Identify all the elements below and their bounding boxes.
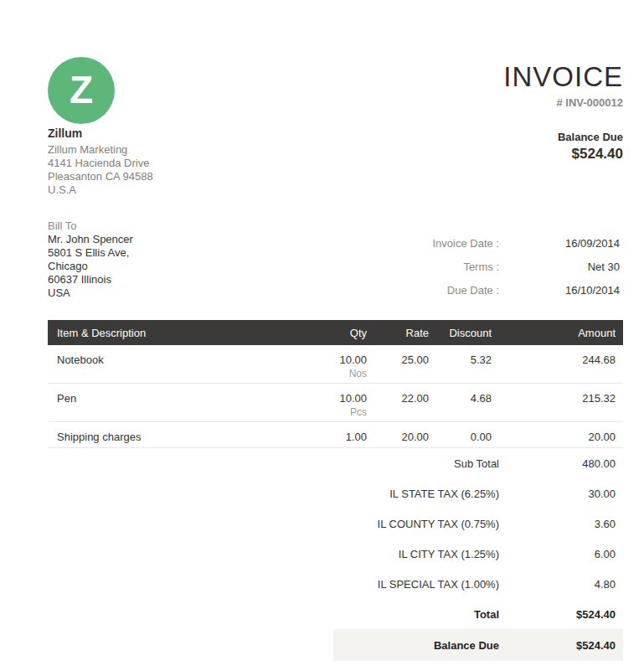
table-row: Notebook 10.00 Nos 25.00 5.32 244.68 [48,345,623,384]
meta-row-terms: Terms : Net 30 [372,255,623,278]
item-qty-cell: 1.00 [283,430,367,445]
due-date-value: 16/10/2014 [499,284,623,297]
item-unit: Pcs [283,406,367,419]
subtotal-label: Sub Total [333,457,499,470]
terms-value: Net 30 [499,261,623,273]
bill-to-line: Mr. John Spencer [48,233,133,246]
item-discount: 5.32 [429,353,492,380]
grand-total-value: $524.40 [499,608,623,621]
total-row-city-tax: IL CITY TAX (1.25%) 6.00 [333,539,623,569]
bill-to-block: Bill To Mr. John Spencer 5801 S Ellis Av… [48,219,133,300]
item-qty: 10.00 [283,353,367,368]
balance-due-label: Balance Due [558,131,623,143]
invoice-title-block: INVOICE # INV-000012 [503,62,623,109]
item-rate: 25.00 [367,353,429,380]
item-name: Notebook [48,353,283,380]
item-amount: 244.68 [492,353,623,380]
company-address-line: 4141 Hacienda Drive [48,157,153,170]
invoice-date-label: Invoice Date : [372,237,499,250]
page-title: INVOICE [503,62,623,92]
city-tax-label: IL CITY TAX (1.25%) [333,548,499,560]
bill-to-line: Chicago [48,260,133,273]
item-discount: 4.68 [429,391,492,419]
balance-due-row: Balance Due $524.40 [333,629,623,661]
table-row: Pen 10.00 Pcs 22.00 4.68 215.32 [48,384,623,422]
state-tax-value: 30.00 [499,488,623,500]
total-row-subtotal: Sub Total 480.00 [333,448,623,478]
subtotal-value: 480.00 [499,457,623,470]
col-header-rate: Rate [367,327,429,339]
bill-to-line: 5801 S Ellis Ave, [48,246,133,260]
terms-label: Terms : [372,261,499,273]
col-header-discount: Discount [429,327,492,339]
county-tax-value: 3.60 [499,518,623,530]
invoice-date-value: 16/09/2014 [499,237,623,250]
county-tax-label: IL COUNTY TAX (0.75%) [333,518,499,530]
invoice-number: # INV-000012 [503,96,623,109]
item-amount: 215.32 [492,391,623,419]
items-table-header: Item & Description Qty Rate Discount Amo… [48,320,623,345]
city-tax-value: 6.00 [499,548,623,560]
item-qty: 1.00 [283,430,367,445]
items-table: Item & Description Qty Rate Discount Amo… [48,320,623,448]
item-qty: 10.00 [283,391,367,406]
state-tax-label: IL STATE TAX (6.25%) [333,488,499,500]
col-header-item: Item & Description [48,327,283,339]
company-logo: Z [48,57,115,124]
company-block: Zillum Zillum Marketing 4141 Hacienda Dr… [48,126,153,197]
balance-due-value: $524.40 [558,146,623,163]
total-row-grand-total: Total $524.40 [333,599,623,629]
due-date-label: Due Date : [372,284,499,297]
company-address-line: Zillum Marketing [48,143,153,157]
meta-row-due-date: Due Date : 16/10/2014 [372,278,623,302]
item-rate: 20.00 [367,430,429,445]
table-row: Shipping charges 1.00 20.00 0.00 20.00 [48,422,623,448]
company-name: Zillum [48,126,153,140]
item-unit: Nos [283,368,367,380]
invoice-document: Z Zillum Zillum Marketing 4141 Hacienda … [48,0,623,671]
z-logo-icon: Z [70,70,93,109]
item-qty-cell: 10.00 Pcs [283,391,367,419]
special-tax-value: 4.80 [499,578,623,591]
invoice-meta: Invoice Date : 16/09/2014 Terms : Net 30… [372,231,623,302]
item-qty-cell: 10.00 Nos [283,353,367,380]
item-discount: 0.00 [429,430,492,445]
totals-section: Sub Total 480.00 IL STATE TAX (6.25%) 30… [333,448,623,661]
balance-due-summary: Balance Due $524.40 [558,131,623,163]
bill-to-line: USA [48,286,133,300]
balance-row-label: Balance Due [333,639,499,652]
company-address-line: Pleasanton CA 94588 [48,170,153,183]
item-name: Shipping charges [48,430,283,445]
col-header-qty: Qty [283,327,367,339]
total-row-state-tax: IL STATE TAX (6.25%) 30.00 [333,478,623,508]
total-row-special-tax: IL SPECIAL TAX (1.00%) 4.80 [333,569,623,599]
total-row-county-tax: IL COUNTY TAX (0.75%) 3.60 [333,508,623,539]
balance-row-value: $524.40 [499,639,623,652]
col-header-amount: Amount [492,327,623,339]
special-tax-label: IL SPECIAL TAX (1.00%) [333,578,499,591]
invoice-page: Z Zillum Zillum Marketing 4141 Hacienda … [0,0,644,671]
company-address-line: U.S.A [48,183,153,197]
grand-total-label: Total [333,608,499,621]
item-amount: 20.00 [492,430,623,445]
bill-to-line: 60637 Illinois [48,273,133,286]
item-rate: 22.00 [367,391,429,419]
bill-to-label: Bill To [48,219,133,233]
item-name: Pen [48,391,283,419]
meta-row-invoice-date: Invoice Date : 16/09/2014 [372,231,623,255]
